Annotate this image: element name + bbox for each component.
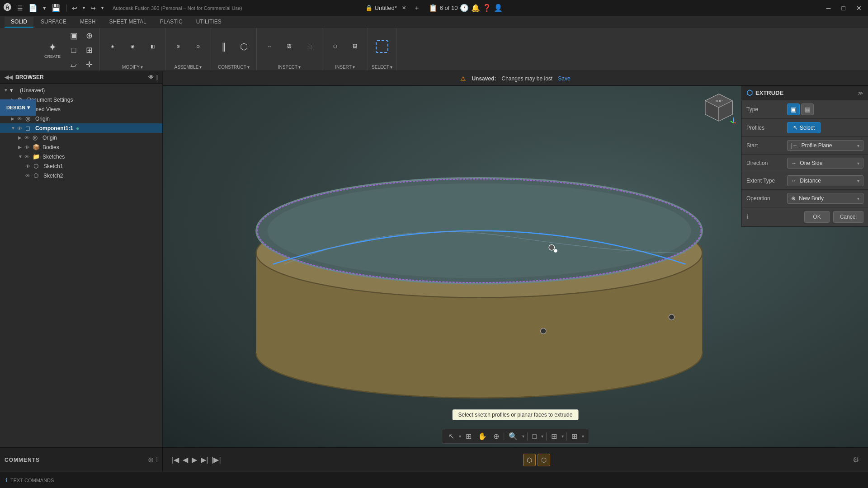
extrude-icon[interactable]: □ xyxy=(67,43,80,57)
eye-icon[interactable]: 👁 xyxy=(25,164,33,169)
orbit-tool[interactable]: ⊕ xyxy=(491,431,501,441)
save-button[interactable]: 💾 xyxy=(50,3,62,13)
revolve-icon[interactable]: ▱ xyxy=(67,58,80,71)
tab-sheet-metal[interactable]: SHEET METAL xyxy=(103,17,152,28)
display-tool[interactable]: □ xyxy=(530,432,538,441)
fillet-icon[interactable]: ◉ xyxy=(123,38,142,56)
direction-dropdown[interactable]: → One Side ▾ xyxy=(787,158,863,169)
grid-display-tool[interactable]: ⊞ xyxy=(549,431,559,441)
prev-frame-button[interactable]: ◀ xyxy=(183,455,188,464)
new-component-icon[interactable]: ▣ xyxy=(67,29,80,42)
tree-item-component1[interactable]: ▼ 👁 ◻ Component1:1 ● xyxy=(0,123,162,133)
modify-icon[interactable]: ◈ xyxy=(104,38,122,56)
eye-icon[interactable]: 👁 xyxy=(24,135,32,141)
view-cube[interactable]: TOP xyxy=(701,89,737,126)
insert-group-label[interactable]: INSERT ▾ xyxy=(335,65,355,70)
add-comment-button[interactable]: ⊕ xyxy=(148,455,154,464)
insert-mesh-icon[interactable]: ⬡ xyxy=(326,38,344,56)
measure-icon[interactable]: ↔ xyxy=(260,38,278,56)
display-arrow[interactable]: ▾ xyxy=(541,434,543,439)
help-icon[interactable]: ❓ xyxy=(482,4,491,12)
tree-item-bodies[interactable]: ▶ 👁 📦 Bodies xyxy=(0,142,162,152)
interference-icon[interactable]: ⬚ xyxy=(300,38,318,56)
tree-item-sketch2[interactable]: 👁 ⬡ Sketch2 xyxy=(0,171,162,180)
tab-solid[interactable]: SOLID xyxy=(5,17,33,28)
as-built-joint-icon[interactable]: ⊙ xyxy=(189,38,207,56)
user-icon[interactable]: 👤 xyxy=(494,4,503,12)
grid-tool[interactable]: ⊞ xyxy=(464,431,473,441)
select-profiles-button[interactable]: ↖ Select xyxy=(787,122,821,133)
type-btn-thin[interactable]: ▤ xyxy=(801,103,814,115)
window-close-button[interactable]: ✕ xyxy=(854,4,864,13)
comments-collapse-button[interactable]: | xyxy=(156,455,158,464)
toolbar-arrow[interactable]: ▾ xyxy=(459,434,461,439)
grid-arrow[interactable]: ▾ xyxy=(561,434,564,439)
undo-button[interactable]: ↩ xyxy=(70,4,79,13)
save-file-button[interactable]: Save xyxy=(558,75,570,82)
first-frame-button[interactable]: |◀ xyxy=(172,455,179,464)
chamfer-icon[interactable]: ◧ xyxy=(143,38,161,56)
zoom-tool[interactable]: 🔍 xyxy=(507,431,519,441)
offset-plane-icon[interactable]: ∥ xyxy=(215,38,233,56)
cancel-button[interactable]: Cancel xyxy=(833,211,863,223)
assemble-group-label[interactable]: ASSEMBLE ▾ xyxy=(175,65,202,70)
construct-group-label[interactable]: CONSTRUCT ▾ xyxy=(218,65,250,70)
last-frame-button[interactable]: |▶| xyxy=(212,455,221,464)
select-box-icon[interactable] xyxy=(373,38,391,56)
eye-icon[interactable]: 👁 xyxy=(17,116,24,122)
eye-icon[interactable]: 👁 xyxy=(24,145,32,150)
modify-group-label[interactable]: MODIFY ▾ xyxy=(122,65,143,70)
play-button[interactable]: ▶ xyxy=(192,455,197,464)
tab-plastic[interactable]: PLASTIC xyxy=(154,17,189,28)
env-tool[interactable]: ⊞ xyxy=(570,431,579,441)
design-dropdown[interactable]: DESIGN ▾ xyxy=(0,99,36,116)
tree-item-origin-comp[interactable]: ▶ 👁 ◎ Origin xyxy=(0,133,162,142)
eye-icon[interactable]: 👁 xyxy=(17,126,24,131)
tree-item-sketches[interactable]: ▼ 👁 📁 Sketches xyxy=(0,152,162,161)
section-analysis-icon[interactable]: 🖼 xyxy=(280,38,298,56)
rib-icon[interactable]: ✛ xyxy=(82,58,96,71)
browser-pin-icon[interactable]: | xyxy=(156,74,158,80)
app-menu-button[interactable]: ☰ xyxy=(15,4,25,13)
timeline-settings-icon[interactable]: ⚙ xyxy=(853,455,859,464)
zoom-arrow[interactable]: ▾ xyxy=(522,434,524,439)
viewport[interactable]: ⚠ Unsaved: Changes may be lost Save xyxy=(163,71,868,447)
loft-icon[interactable]: ⊞ xyxy=(82,43,96,57)
eye-icon[interactable]: 👁 xyxy=(24,154,32,160)
eye-icon[interactable]: 👁 xyxy=(25,173,33,178)
maximize-button[interactable]: □ xyxy=(839,4,848,13)
new-tab-button[interactable]: ＋ xyxy=(411,3,423,13)
midplane-icon[interactable]: ⬡ xyxy=(235,38,253,56)
tree-item-unsaved[interactable]: ▼ ▾ (Unsaved) xyxy=(0,85,162,95)
insert-svg-icon[interactable]: 🖼 xyxy=(346,38,364,56)
env-arrow[interactable]: ▾ xyxy=(582,434,584,439)
start-dropdown[interactable]: |← Profile Plane ▾ xyxy=(787,140,863,151)
new-button[interactable]: 📄 xyxy=(27,3,39,13)
browser-collapse-icon[interactable]: ◀◀ xyxy=(5,74,13,80)
redo-button[interactable]: ↪ xyxy=(89,4,98,13)
sweep-icon[interactable]: ⊕ xyxy=(82,29,96,42)
tree-item-sketch1[interactable]: 👁 ⬡ Sketch1 xyxy=(0,161,162,171)
extrude-collapse-button[interactable]: ≫ xyxy=(858,90,863,96)
minimize-button[interactable]: ─ xyxy=(824,4,834,13)
select-group-label[interactable]: SELECT ▾ xyxy=(372,65,392,70)
tab-surface[interactable]: SURFACE xyxy=(34,17,73,28)
browser-eye-icon[interactable]: 👁 xyxy=(148,74,154,80)
redo-dropdown[interactable]: ▾ xyxy=(99,5,105,11)
cursor-tool[interactable]: ↖ xyxy=(447,431,456,441)
open-button[interactable]: ▾ xyxy=(41,4,48,12)
next-frame-button[interactable]: ▶| xyxy=(201,455,208,464)
close-tab-button[interactable]: ✕ xyxy=(399,4,409,12)
ok-button[interactable]: OK xyxy=(804,211,829,223)
extent-dropdown[interactable]: ↔ Distance ▾ xyxy=(787,175,863,186)
timeline-frame-2[interactable]: ⬡ xyxy=(538,454,550,466)
pan-tool[interactable]: ✋ xyxy=(476,431,489,441)
timeline-frame-1[interactable]: ⬡ xyxy=(523,454,536,466)
joint-icon[interactable]: ⊛ xyxy=(169,38,187,56)
create-main-icon[interactable]: ✦ CREATE xyxy=(40,34,65,66)
undo-dropdown[interactable]: ▾ xyxy=(81,5,87,11)
tab-utilities[interactable]: UTILITIES xyxy=(190,17,228,28)
type-btn-extrude[interactable]: ▣ xyxy=(787,103,800,115)
inspect-group-label[interactable]: INSPECT ▾ xyxy=(278,65,301,70)
operation-dropdown[interactable]: ⊕ New Body ▾ xyxy=(787,193,863,204)
